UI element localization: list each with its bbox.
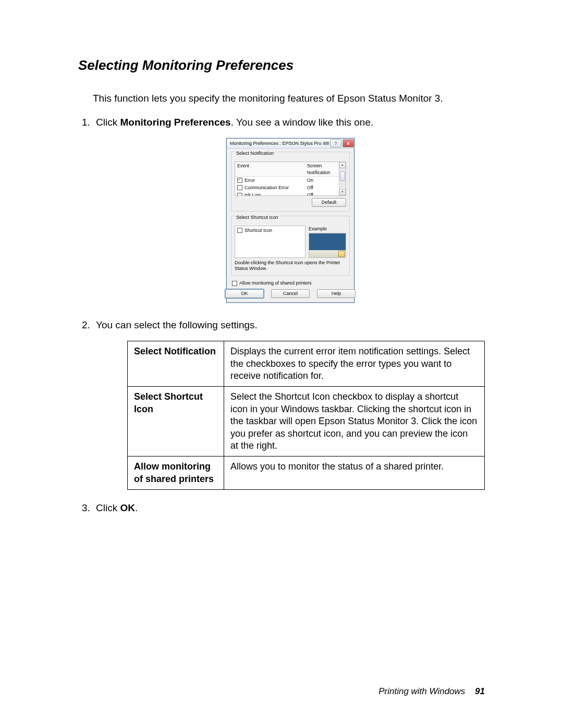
table-row: Select Notification Displays the current… — [128, 341, 485, 387]
row-status: Off — [307, 192, 344, 196]
setting-label: Allow monitoring of shared printers — [128, 456, 224, 490]
footer-page-number: 91 — [475, 686, 485, 696]
list-item[interactable]: Communication Error Off — [235, 184, 346, 191]
step1-suffix: . You see a window like this one. — [231, 117, 374, 128]
monitoring-preferences-dialog: Monitoring Preferences : EPSON Stylus Pr… — [226, 138, 354, 302]
intro-paragraph: This function lets you specify the monit… — [93, 92, 485, 105]
step1-bold: Monitoring Preferences — [120, 117, 230, 128]
example-label: Example — [309, 226, 346, 232]
default-button[interactable]: Default — [312, 198, 346, 206]
example-preview — [309, 233, 346, 258]
scroll-thumb[interactable] — [340, 171, 345, 181]
setting-desc: Allows you to monitor the status of a sh… — [224, 456, 485, 490]
allow-monitoring-label: Allow monitoring of shared printers — [239, 280, 312, 286]
cancel-button[interactable]: Cancel — [271, 289, 310, 298]
example-taskbar — [309, 250, 346, 257]
setting-label: Select Shortcut Icon — [128, 387, 224, 456]
scrollbar[interactable]: ▴ ▾ — [339, 162, 346, 195]
checkbox-error[interactable] — [237, 178, 242, 183]
step3-prefix: Click — [96, 502, 120, 513]
help-button[interactable]: Help — [317, 289, 356, 298]
shortcut-note: Double-clicking the Shortcut Icon opens … — [235, 260, 346, 272]
checkbox-shortcut-icon[interactable] — [237, 228, 242, 233]
setting-label: Select Notification — [128, 341, 224, 387]
select-shortcut-label: Select Shortcut Icon — [235, 214, 280, 220]
shortcut-icon-listbox[interactable]: Shortcut Icon — [235, 226, 305, 258]
scroll-down-icon[interactable]: ▾ — [339, 189, 346, 195]
titlebar-help-button[interactable]: ? — [330, 139, 341, 147]
list-item[interactable]: Error On — [235, 177, 346, 184]
notification-list[interactable]: Event Screen Notification Error On Commu… — [235, 162, 346, 196]
col-status-header: Screen Notification — [307, 163, 344, 175]
settings-table: Select Notification Displays the current… — [127, 341, 485, 490]
dialog-title: Monitoring Preferences : EPSON Stylus Pr… — [230, 140, 329, 146]
step3-suffix: . — [135, 502, 138, 513]
select-notification-label: Select Notification — [235, 150, 275, 156]
row-label: Ink Low — [244, 192, 261, 196]
shortcut-item-label: Shortcut Icon — [244, 228, 272, 233]
titlebar-close-button[interactable]: x — [342, 139, 354, 147]
col-event-header: Event — [237, 163, 307, 175]
ok-button[interactable]: OK — [225, 289, 264, 298]
setting-desc: Displays the current error item notifica… — [224, 341, 485, 387]
step-2: You can select the following settings. S… — [93, 318, 485, 490]
row-status: On — [307, 177, 344, 183]
list-item[interactable]: Ink Low Off — [235, 191, 346, 196]
checkbox-comm-error[interactable] — [237, 185, 242, 190]
tray-icon — [338, 251, 345, 257]
footer-section: Printing with Windows — [378, 686, 465, 696]
table-row: Allow monitoring of shared printers Allo… — [128, 456, 485, 490]
table-row: Select Shortcut Icon Select the Shortcut… — [128, 387, 485, 456]
select-notification-group: Select Notification Event Screen Notific… — [231, 152, 350, 211]
setting-desc: Select the Shortcut Icon checkbox to dis… — [224, 387, 485, 456]
section-heading: Selecting Monitoring Preferences — [78, 57, 485, 73]
step1-prefix: Click — [96, 117, 120, 128]
row-label: Communication Error — [244, 185, 289, 190]
row-label: Error — [244, 178, 255, 183]
row-status: Off — [307, 184, 344, 191]
list-header: Event Screen Notification — [235, 162, 346, 176]
step-1: Click Monitoring Preferences. You see a … — [93, 116, 485, 303]
example-desktop-area — [309, 233, 346, 250]
dialog-titlebar: Monitoring Preferences : EPSON Stylus Pr… — [227, 139, 354, 149]
step3-bold: OK — [120, 502, 135, 513]
select-shortcut-group: Select Shortcut Icon Shortcut Icon Examp… — [231, 216, 350, 276]
step-3: Click OK. — [93, 501, 485, 515]
checkbox-allow-shared[interactable] — [232, 281, 237, 286]
page-footer: Printing with Windows 91 — [378, 686, 485, 697]
allow-monitoring-row: Allow monitoring of shared printers — [232, 280, 350, 286]
scroll-up-icon[interactable]: ▴ — [339, 162, 346, 168]
checkbox-ink-low[interactable] — [237, 193, 242, 196]
step2-text: You can select the following settings. — [96, 319, 258, 330]
